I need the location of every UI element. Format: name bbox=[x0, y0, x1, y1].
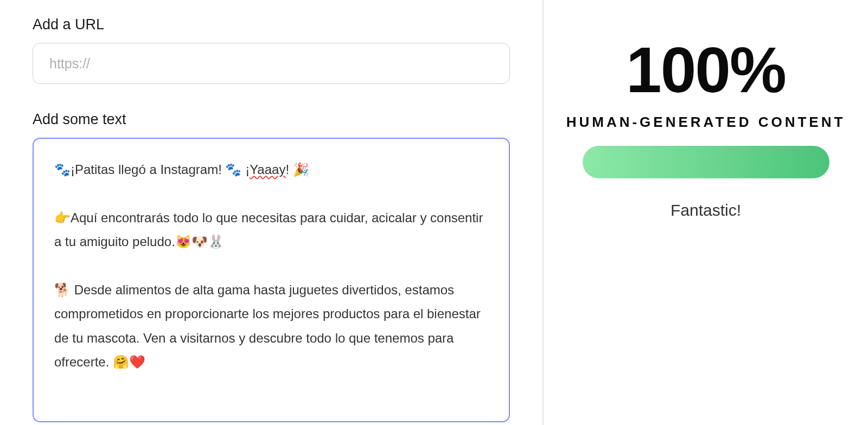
text-label: Add some text bbox=[33, 111, 510, 128]
score-percentage: 100% bbox=[626, 38, 786, 102]
text-input-wrapper: 🐾¡Patitas llegó a Instagram! 🐾 ¡Yaaay! 🎉… bbox=[33, 138, 510, 422]
url-label: Add a URL bbox=[33, 16, 510, 33]
progress-bar bbox=[583, 146, 829, 178]
text-para-3: 🐕 Desde alimentos de alta gama hasta jug… bbox=[54, 282, 484, 369]
text-para-2: 👉Aquí encontrarás todo lo que necesitas … bbox=[54, 210, 487, 249]
spellcheck-underline: Yaaay bbox=[250, 162, 285, 177]
score-label: HUMAN-GENERATED CONTENT bbox=[566, 114, 846, 131]
input-panel: Add a URL Add some text 🐾¡Patitas llegó … bbox=[0, 0, 542, 425]
url-input[interactable] bbox=[33, 43, 510, 84]
result-panel: 100% HUMAN-GENERATED CONTENT Fantastic! bbox=[544, 0, 868, 425]
text-line-1-pre: 🐾¡Patitas llegó a Instagram! 🐾 ¡ bbox=[54, 162, 250, 177]
text-input[interactable]: 🐾¡Patitas llegó a Instagram! 🐾 ¡Yaaay! 🎉… bbox=[54, 158, 498, 402]
text-line-1-post: ! 🎉 bbox=[285, 162, 309, 177]
status-text: Fantastic! bbox=[671, 201, 741, 220]
